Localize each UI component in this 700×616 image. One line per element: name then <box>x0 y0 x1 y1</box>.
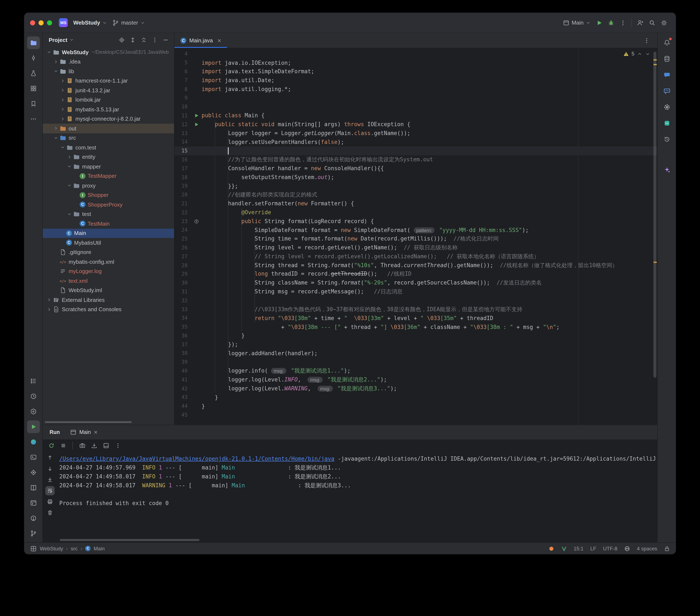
tree-item-lombok.jar[interactable]: lombok.jar <box>43 95 174 104</box>
next-warning-icon[interactable] <box>645 51 650 56</box>
tool-window-button-codegpt[interactable] <box>660 117 673 129</box>
line-number[interactable]: 31 <box>174 289 191 295</box>
tree-item-testmain[interactable]: CTestMain <box>43 219 174 228</box>
chevron-icon[interactable] <box>52 59 59 64</box>
console-options-button[interactable] <box>113 440 123 451</box>
line-number[interactable]: 12 <box>174 122 191 127</box>
line-number[interactable]: 42 <box>174 386 191 391</box>
file-link[interactable]: /Users/eve/Library/Java/JavaVirtualMachi… <box>59 455 334 462</box>
code-text[interactable]: ConsoleHandler handler = new ConsoleHand… <box>202 165 384 172</box>
tree-item-testmapper[interactable]: ITestMapper <box>43 171 174 181</box>
chevron-icon[interactable] <box>66 164 73 169</box>
run-session-tab[interactable]: Main <box>70 429 98 436</box>
screenshot-button[interactable] <box>77 440 87 451</box>
scroll-up-button[interactable] <box>45 453 54 462</box>
chevron-icon[interactable] <box>66 154 73 160</box>
vcs-branch-widget[interactable]: master <box>110 17 148 28</box>
line-separator[interactable]: LF <box>590 545 596 551</box>
run-configuration-widget[interactable]: Main <box>560 17 593 28</box>
run-console-output[interactable]: /Users/eve/Library/Java/JavaVirtualMachi… <box>57 451 657 542</box>
tool-window-button-structure[interactable] <box>27 82 40 95</box>
close-window-button[interactable] <box>30 20 35 25</box>
tree-item-lib[interactable]: lib <box>43 66 174 76</box>
code-text[interactable]: handler.setFormatter(new Formatter() { <box>202 200 354 207</box>
search-everywhere-button[interactable] <box>646 17 658 28</box>
tool-window-button-more-h[interactable] <box>27 113 40 125</box>
zoom-window-button[interactable] <box>47 20 52 25</box>
tool-window-button-target[interactable] <box>27 466 40 479</box>
export-button[interactable] <box>89 440 99 451</box>
code-text[interactable]: @Override <box>202 209 271 215</box>
file-encoding[interactable]: UTF-8 <box>603 545 617 551</box>
code-text[interactable]: import java.io.IOException; <box>202 60 291 66</box>
tree-item-entity[interactable]: entity <box>43 152 174 162</box>
chevron-icon[interactable] <box>59 78 66 84</box>
print-button[interactable] <box>45 497 54 506</box>
chevron-icon[interactable] <box>45 50 52 55</box>
vertical-scrollbar[interactable] <box>653 52 657 378</box>
tree-item-com.test[interactable]: com.test <box>43 143 174 152</box>
code-text[interactable]: String time = format.format(new Date(rec… <box>202 235 499 242</box>
chevron-icon[interactable] <box>59 97 66 102</box>
code-text[interactable]: //为了让颜色变回普通的颜色，通过代码块在初始化时将输出流设定为System.o… <box>202 156 433 163</box>
line-number[interactable]: 15 <box>174 148 191 154</box>
close-tab-button[interactable] <box>216 37 223 44</box>
chevron-icon[interactable] <box>59 145 66 150</box>
breadcrumb-item[interactable]: Main <box>93 545 104 551</box>
breadcrumb-item[interactable]: WebStudy <box>40 545 63 551</box>
code-text[interactable]: //\033[33m作为颜色代码，30~37都有对应的颜色，38是没有颜色，ID… <box>202 305 522 313</box>
tree-item-hamcrest-core-1.1.jar[interactable]: hamcrest-core-1.1.jar <box>43 76 174 86</box>
tree-item-test[interactable]: test <box>43 209 174 219</box>
tree-item-junit-4.13.2.jar[interactable]: junit-4.13.2.jar <box>43 86 174 95</box>
hide-panel-button[interactable] <box>161 35 171 45</box>
horizontal-scrollbar[interactable] <box>45 421 132 423</box>
line-number[interactable]: 23 <box>174 218 191 224</box>
line-number[interactable]: 41 <box>174 377 191 383</box>
line-number[interactable]: 26 <box>174 245 191 251</box>
code-text[interactable]: public String format(LogRecord record) { <box>202 218 374 224</box>
soft-wrap-button[interactable] <box>45 486 54 495</box>
run-button[interactable] <box>593 17 605 28</box>
inspections-widget[interactable]: 5 <box>624 51 650 57</box>
line-number[interactable]: 39 <box>174 359 191 365</box>
rerun-button[interactable] <box>46 440 56 451</box>
tool-window-button-run[interactable] <box>27 420 40 433</box>
tree-item-mybatis-3.5.13.jar[interactable]: mybatis-3.5.13.jar <box>43 104 174 114</box>
minimize-window-button[interactable] <box>39 20 43 25</box>
line-number[interactable]: 29 <box>174 271 191 277</box>
chevron-icon[interactable] <box>66 183 73 188</box>
line-number[interactable]: 27 <box>174 253 191 259</box>
tree-item-webstudy[interactable]: WebStudy~/Desktop/CS/JavaEE/1 JavaWeb <box>43 47 174 57</box>
more-actions-button[interactable] <box>617 17 629 28</box>
tool-window-button-plugin[interactable] <box>27 436 40 448</box>
code-text[interactable]: String level = record.getLevel().getName… <box>202 244 458 251</box>
clear-console-button[interactable] <box>45 508 54 517</box>
tool-window-button-chat-blue[interactable] <box>660 68 673 81</box>
tree-item-shopper[interactable]: IShopper <box>43 190 174 200</box>
debug-button[interactable] <box>605 17 617 28</box>
tool-window-button-flask[interactable] <box>27 67 40 79</box>
line-number[interactable]: 17 <box>174 165 191 172</box>
line-number[interactable]: 22 <box>174 209 191 215</box>
tool-window-button-database[interactable] <box>660 52 673 65</box>
tree-item-scratches-and-consoles[interactable]: Scratches and Consoles <box>43 305 174 314</box>
chevron-icon[interactable] <box>52 69 59 74</box>
stop-button[interactable] <box>58 440 68 451</box>
tool-window-button-services[interactable] <box>27 405 40 418</box>
code-text[interactable]: import java.util.Date; <box>202 77 274 84</box>
tool-window-button-ai-assistant[interactable] <box>660 163 673 176</box>
warning-stripe-mark[interactable] <box>653 262 657 263</box>
line-number[interactable]: 4 <box>174 51 191 57</box>
copilot-icon[interactable] <box>624 545 630 551</box>
line-number[interactable]: 16 <box>174 156 191 163</box>
run-line-gutter-icon[interactable] <box>191 122 202 127</box>
tree-item-external-libraries[interactable]: External Libraries <box>43 295 174 305</box>
code-text[interactable]: Logger logger = Logger.getLogger(Main.cl… <box>202 130 410 136</box>
code-text[interactable]: logger.log(Level.INFO, msg: "我是测试消息2..."… <box>202 376 387 384</box>
layout-button[interactable] <box>101 440 111 451</box>
code-text[interactable]: }); <box>202 341 238 348</box>
line-number[interactable]: 9 <box>174 95 191 101</box>
line-number[interactable]: 33 <box>174 306 191 312</box>
code-text[interactable]: String msg = record.getMessage(); //日志消息 <box>202 288 402 296</box>
tree-item-.gitignore[interactable]: .gitignore <box>43 248 174 257</box>
